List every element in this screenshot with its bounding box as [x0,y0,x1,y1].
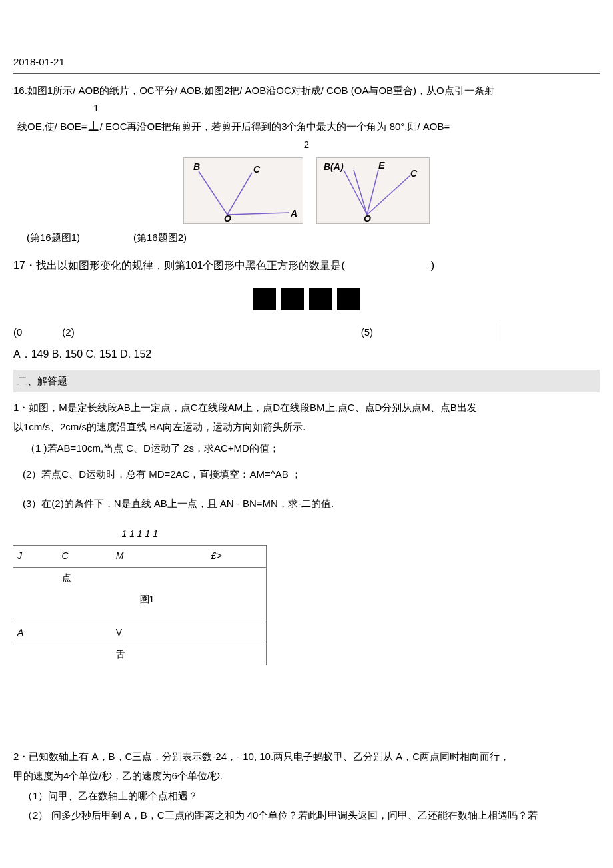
black-square-icon [309,288,332,310]
header-divider [13,73,600,74]
q16-caption2: (第16题图2) [133,229,187,246]
p2-sub1: （1）问甲、乙在数轴上的哪个点相遇？ [23,787,600,805]
q16-line2b: / EOC再沿OE把角剪开，若剪开后得到的3个角中最大的一个角为 80°,则/ … [100,118,450,135]
q16-caption1: (第16题图1) [27,229,80,246]
p2-line1: 2・已知数轴上有 A，B，C三点，分别表示数-24，- 10, 10.两只电子蚂… [13,748,600,765]
page-date: 2018-01-21 [13,53,600,71]
p1-sub3: (3）在(2)的条件下，N是直线 AB上一点，且 AN - BN=MN，求-二的… [23,495,600,512]
section-b-header: 二、解答题 [13,370,600,392]
q17-number-row: (0 (2) (5) [13,324,600,341]
tbl-V: V [112,622,182,644]
label-C2: C [410,168,418,179]
black-square-icon [253,288,276,310]
p1-sub2: (2）若点C、D运动时，总有 MD=2AC，直接填空：AM=^AB ； [23,466,600,483]
svg-line-2 [227,213,289,215]
q17-num-2: (2) [62,324,74,341]
p1-sub1: （1 )若AB=10cm,当点 C、D运动了 2s，求AC+MD的值； [25,440,600,457]
q16-frac-top: 1 [93,103,99,114]
black-square-icon [337,288,360,310]
svg-line-5 [367,170,378,215]
q16-figure2: B(A) E C O [316,157,430,224]
tbl-C: C [58,546,112,568]
frac-numerator: 1 [93,103,99,114]
tbl-M: M [112,546,182,568]
q17-choices: A．149 B. 150 C. 151 D. 152 [13,345,600,363]
p2-sub2: （2） 问多少秒后甲到 A，B，C三点的距离之和为 40个单位？若此时甲调头返回… [23,807,600,824]
tbl-J: J [13,546,58,568]
label-E: E [378,160,385,171]
perpendicular-icon: 丄 [89,118,99,135]
tbl-quan1: 圏1 [112,589,182,610]
q16-figure1: B C O A [183,157,303,224]
q17-num-5: (5) [361,324,373,341]
svg-line-1 [227,173,252,215]
label-BA: B(A) [324,161,344,172]
black-square-icon [281,288,304,310]
svg-line-6 [367,175,410,215]
tbl-blank2 [58,622,112,644]
p2-line2: 甲的速度为4个单位/秒，乙的速度为6个单位/秒. [13,767,600,785]
tbl-she: 舌 [112,644,182,665]
frac-denominator: 2 [304,139,309,150]
q17-text: 17・找出以如图形变化的规律，则第101个图形中黑色正方形的数量是( ) [13,256,600,274]
p1-line1: 1・如图，M是定长线段AB上一定点，点C在线段AM上，点D在线段BM上,点C、点… [13,399,600,416]
label-B: B [193,161,200,172]
q17-blocks [13,288,600,310]
label-A: A [290,208,297,218]
tbl-blank3 [182,622,207,644]
tbl-dian: 点 [58,567,112,588]
q16-line1: 16.如图1所示/ AOB的纸片，OC平分/ AOB,如图2把/ AOB沿OC对… [13,82,600,99]
tbl-row0: 1 1 1 1 1 [13,524,267,545]
q17-stem: 17・找出以如图形变化的规律，则第101个图形中黑色正方形的数量是( [13,260,345,271]
q17-close-paren: ) [431,260,434,271]
label-C: C [253,164,261,175]
p1-table: 1 1 1 1 1 J C M £> 点 圏1 A V 舌 [13,524,267,665]
vertical-divider [500,324,500,341]
q16-line2a: 线OE,使/ BOE= [17,118,87,135]
q17-num-0: (0 [13,324,22,341]
tbl-blank [182,546,207,568]
svg-line-0 [199,171,227,215]
tbl-A: A [13,622,58,644]
tbl-D: £> [207,546,267,568]
p1-line2: 以1cm/s、2cm/s的速度沿直线 BA向左运动，运动方向如箭头所示. [13,418,600,436]
